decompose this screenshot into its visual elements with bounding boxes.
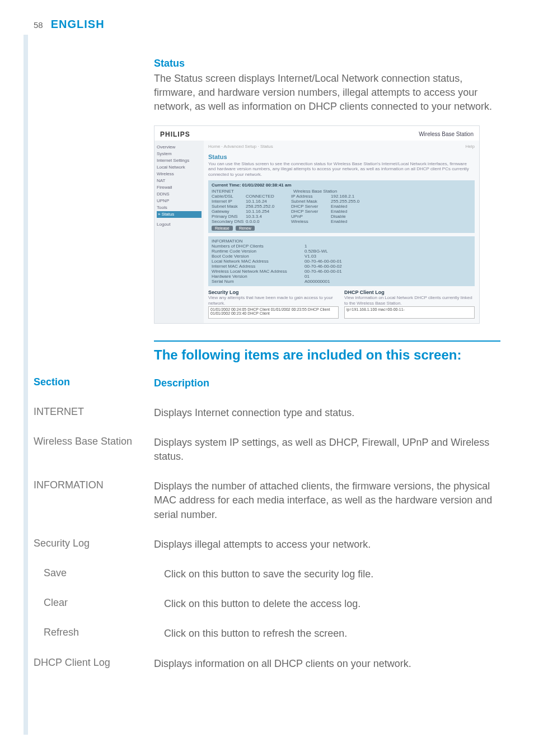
table-heading: The following items are included on this… [154, 347, 500, 363]
row-section: INTERNET [34, 406, 154, 418]
cell: DHCP Server [291, 209, 327, 214]
screenshot-panel-status: Current Time: 01/01/2002 00:38:41 am INT… [208, 180, 475, 233]
nav-item: Internet Settings [157, 157, 202, 164]
nav-item: Local Network [157, 164, 202, 171]
nav-item: Tools [157, 204, 202, 211]
cell: Internet MAC Address [212, 264, 301, 269]
row-section: INFORMATION [34, 479, 154, 491]
table-header-row: Section Description [34, 376, 500, 390]
screenshot-heading: Status [208, 153, 475, 160]
table-row: Clear Click on this button to delete the… [34, 597, 500, 611]
row-section: Save [34, 567, 164, 579]
status-description: The Status screen displays Internet/Loca… [154, 72, 500, 114]
cell: Gateway [212, 209, 242, 214]
table-row: Security Log Displays illegal attempts t… [34, 538, 500, 552]
page-header: 58 ENGLISH [34, 18, 500, 31]
cell: Disable [331, 214, 346, 219]
screenshot-product: Wireless Base Station [419, 131, 474, 137]
cell: A000000001 [305, 279, 330, 284]
cell: Hardware Version [212, 274, 301, 279]
cell: Local Network MAC Address [212, 259, 301, 264]
nav-item: Overview [157, 144, 202, 151]
nav-item: NAT [157, 178, 202, 184]
nav-item: DDNS [157, 191, 202, 198]
row-desc: Displays system IP settings, as well as … [154, 436, 500, 464]
cell: Internet IP [212, 199, 242, 204]
items-table: Section Description INTERNET Displays In… [34, 376, 500, 671]
screenshot-desc: You can use the Status screen to see the… [208, 161, 475, 178]
row-desc: Click on this button to refresh the scre… [164, 627, 500, 641]
table-row: Save Click on this button to save the se… [34, 567, 500, 581]
cell: IP Address [291, 194, 327, 199]
row-desc: Displays illegal attempts to access your… [154, 538, 500, 552]
screenshot-time: Current Time: 01/01/2002 00:38:41 am [212, 183, 471, 188]
dhcplog-title: DHCP Client Log [344, 290, 475, 295]
seclog-title: Security Log [208, 290, 339, 295]
cell: Runtime Code Version [212, 249, 301, 254]
cell: Enabled [331, 209, 347, 214]
cell: V1.03 [305, 254, 316, 259]
cell: Primary DNS [212, 214, 242, 219]
screenshot-lower: Security Log View any attempts that have… [208, 290, 475, 318]
table-row: DHCP Client Log Displays information on … [34, 657, 500, 671]
screenshot-help: Help [466, 144, 475, 149]
section-divider [154, 340, 500, 342]
panel-col: Wireless Base Station [293, 189, 337, 194]
screenshot-nav: Overview System Internet Settings Local … [154, 141, 204, 323]
content-area: Status The Status screen displays Intern… [154, 58, 500, 671]
left-accent-bar [24, 35, 28, 735]
row-desc: Displays the number of attached clients,… [154, 479, 500, 522]
cell: Wireless [291, 219, 327, 224]
dhcplog-desc: View information on Local Network DHCP c… [344, 295, 475, 306]
cell: 00-70-46-00-00-01 [305, 269, 342, 274]
btn-renew: Renew [236, 226, 255, 231]
cell: 01 [305, 274, 310, 279]
cell: 0.0.0.0 [246, 219, 288, 224]
embedded-screenshot: PHILIPS Wireless Base Station Overview S… [154, 125, 480, 324]
cell: 10.3.3.4 [246, 214, 288, 219]
nav-item: Wireless [157, 171, 202, 178]
screenshot-panel-info: INFORMATION Numbers of DHCP Clients1 Run… [208, 236, 475, 286]
row-section: Refresh [34, 627, 164, 638]
cell: Enabled [331, 219, 347, 224]
cell: 255.255.255.0 [331, 199, 359, 204]
cell: CONNECTED [246, 194, 288, 199]
cell: Wireless Local Network MAC Address [212, 269, 301, 274]
cell: 10.1.16.254 [246, 209, 288, 214]
row-section: Security Log [34, 538, 154, 549]
cell: 1 [305, 244, 307, 249]
cell: Serial Num [212, 279, 301, 284]
seclog-desc: View any attempts that have been made to… [208, 295, 339, 306]
row-section: DHCP Client Log [34, 657, 154, 669]
row-desc: Click on this button to save the securit… [164, 567, 500, 581]
row-desc: Click on this button to delete the acces… [164, 597, 500, 611]
screenshot-breadcrumb: Home · Advanced Setup · Status [208, 144, 273, 149]
row-section: Clear [34, 597, 164, 609]
row-section: Wireless Base Station [34, 436, 154, 447]
cell: 10.1.16.24 [246, 199, 288, 204]
col-header-description: Description [154, 376, 500, 390]
section-title-status: Status [154, 58, 500, 69]
page-number: 58 [34, 20, 43, 30]
cell: UPnP [291, 214, 327, 219]
cell: Cable/DSL [212, 194, 242, 199]
table-row: INTERNET Displays Internet connection ty… [34, 406, 500, 420]
cell: 192.168.2.1 [331, 194, 354, 199]
cell: 0.52BG-WL [305, 249, 328, 254]
btn-release: Release [212, 226, 233, 231]
nav-logout: Logout [157, 221, 202, 228]
cell: Subnet Mask [291, 199, 327, 204]
screenshot-logo: PHILIPS [160, 130, 190, 138]
row-desc: Displays information on all DHCP clients… [154, 657, 500, 671]
cell: Enabled [331, 204, 347, 209]
cell: Subnet Mask [212, 204, 242, 209]
cell: Boot Code Version [212, 254, 301, 259]
table-row: INFORMATION Displays the number of attac… [34, 479, 500, 522]
cell: Secondary DNS [212, 219, 242, 224]
table-row: Wireless Base Station Displays system IP… [34, 436, 500, 464]
nav-item-selected: » Status [157, 211, 202, 218]
page-container: 58 ENGLISH Status The Status screen disp… [0, 0, 534, 709]
seclog-box: 01/01/2002 00:24:05 DHCP Client 01/01/20… [208, 306, 339, 319]
info-title: INFORMATION [212, 239, 471, 244]
nav-item: System [157, 151, 202, 157]
